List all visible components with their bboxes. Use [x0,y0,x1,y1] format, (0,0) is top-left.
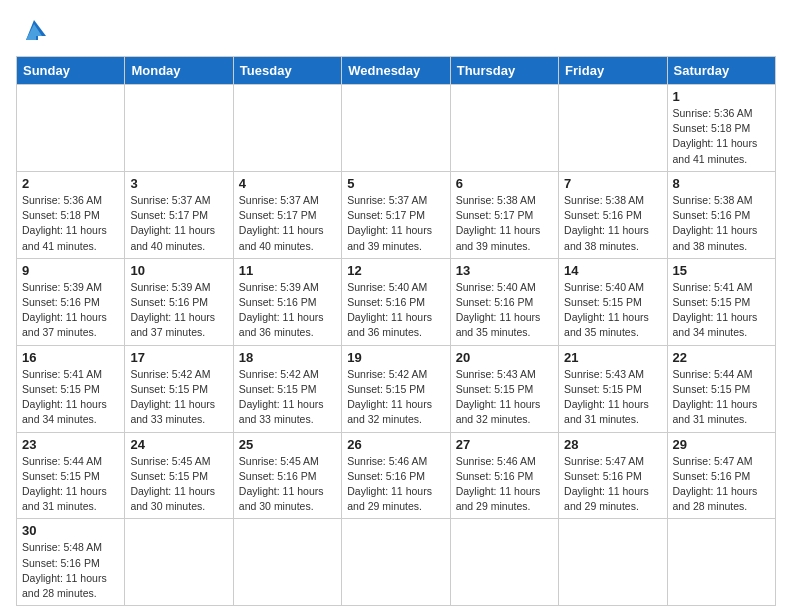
calendar-week-1: 2Sunrise: 5:36 AM Sunset: 5:18 PM Daylig… [17,171,776,258]
calendar-cell [450,519,558,606]
day-info: Sunrise: 5:39 AM Sunset: 5:16 PM Dayligh… [22,280,119,341]
logo-area [16,16,50,44]
day-number: 7 [564,176,661,191]
calendar-cell: 7Sunrise: 5:38 AM Sunset: 5:16 PM Daylig… [559,171,667,258]
calendar-cell [233,519,341,606]
calendar-cell: 28Sunrise: 5:47 AM Sunset: 5:16 PM Dayli… [559,432,667,519]
calendar-week-3: 16Sunrise: 5:41 AM Sunset: 5:15 PM Dayli… [17,345,776,432]
calendar-cell [342,519,450,606]
calendar-cell [559,519,667,606]
weekday-header-friday: Friday [559,57,667,85]
day-info: Sunrise: 5:42 AM Sunset: 5:15 PM Dayligh… [239,367,336,428]
calendar-cell: 1Sunrise: 5:36 AM Sunset: 5:18 PM Daylig… [667,85,775,172]
calendar-cell: 2Sunrise: 5:36 AM Sunset: 5:18 PM Daylig… [17,171,125,258]
calendar-cell: 16Sunrise: 5:41 AM Sunset: 5:15 PM Dayli… [17,345,125,432]
calendar-cell [17,85,125,172]
day-info: Sunrise: 5:36 AM Sunset: 5:18 PM Dayligh… [673,106,770,167]
day-info: Sunrise: 5:43 AM Sunset: 5:15 PM Dayligh… [456,367,553,428]
day-number: 12 [347,263,444,278]
logo-icon [18,16,50,44]
day-info: Sunrise: 5:38 AM Sunset: 5:17 PM Dayligh… [456,193,553,254]
calendar-cell: 20Sunrise: 5:43 AM Sunset: 5:15 PM Dayli… [450,345,558,432]
day-number: 29 [673,437,770,452]
day-info: Sunrise: 5:38 AM Sunset: 5:16 PM Dayligh… [673,193,770,254]
calendar-cell: 10Sunrise: 5:39 AM Sunset: 5:16 PM Dayli… [125,258,233,345]
day-number: 14 [564,263,661,278]
day-number: 30 [22,523,119,538]
calendar-cell: 25Sunrise: 5:45 AM Sunset: 5:16 PM Dayli… [233,432,341,519]
calendar-cell: 24Sunrise: 5:45 AM Sunset: 5:15 PM Dayli… [125,432,233,519]
day-info: Sunrise: 5:46 AM Sunset: 5:16 PM Dayligh… [456,454,553,515]
day-info: Sunrise: 5:40 AM Sunset: 5:16 PM Dayligh… [456,280,553,341]
calendar-week-4: 23Sunrise: 5:44 AM Sunset: 5:15 PM Dayli… [17,432,776,519]
calendar-cell [667,519,775,606]
day-number: 1 [673,89,770,104]
day-info: Sunrise: 5:40 AM Sunset: 5:15 PM Dayligh… [564,280,661,341]
day-info: Sunrise: 5:37 AM Sunset: 5:17 PM Dayligh… [239,193,336,254]
calendar-cell: 17Sunrise: 5:42 AM Sunset: 5:15 PM Dayli… [125,345,233,432]
day-number: 21 [564,350,661,365]
weekday-header-wednesday: Wednesday [342,57,450,85]
day-number: 17 [130,350,227,365]
day-number: 22 [673,350,770,365]
weekday-header-thursday: Thursday [450,57,558,85]
day-info: Sunrise: 5:41 AM Sunset: 5:15 PM Dayligh… [673,280,770,341]
day-number: 20 [456,350,553,365]
day-info: Sunrise: 5:47 AM Sunset: 5:16 PM Dayligh… [564,454,661,515]
day-info: Sunrise: 5:39 AM Sunset: 5:16 PM Dayligh… [130,280,227,341]
calendar-cell: 22Sunrise: 5:44 AM Sunset: 5:15 PM Dayli… [667,345,775,432]
calendar-cell [342,85,450,172]
calendar-week-2: 9Sunrise: 5:39 AM Sunset: 5:16 PM Daylig… [17,258,776,345]
day-number: 16 [22,350,119,365]
calendar-cell: 15Sunrise: 5:41 AM Sunset: 5:15 PM Dayli… [667,258,775,345]
calendar-cell: 23Sunrise: 5:44 AM Sunset: 5:15 PM Dayli… [17,432,125,519]
calendar-cell: 27Sunrise: 5:46 AM Sunset: 5:16 PM Dayli… [450,432,558,519]
calendar-cell: 18Sunrise: 5:42 AM Sunset: 5:15 PM Dayli… [233,345,341,432]
day-number: 11 [239,263,336,278]
page-header [16,16,776,44]
day-info: Sunrise: 5:38 AM Sunset: 5:16 PM Dayligh… [564,193,661,254]
weekday-header-tuesday: Tuesday [233,57,341,85]
calendar-cell: 21Sunrise: 5:43 AM Sunset: 5:15 PM Dayli… [559,345,667,432]
day-info: Sunrise: 5:44 AM Sunset: 5:15 PM Dayligh… [22,454,119,515]
weekday-header-sunday: Sunday [17,57,125,85]
weekday-header-saturday: Saturday [667,57,775,85]
day-number: 26 [347,437,444,452]
calendar-cell: 14Sunrise: 5:40 AM Sunset: 5:15 PM Dayli… [559,258,667,345]
day-info: Sunrise: 5:45 AM Sunset: 5:16 PM Dayligh… [239,454,336,515]
day-number: 27 [456,437,553,452]
day-info: Sunrise: 5:37 AM Sunset: 5:17 PM Dayligh… [347,193,444,254]
calendar-cell: 19Sunrise: 5:42 AM Sunset: 5:15 PM Dayli… [342,345,450,432]
calendar-cell [125,85,233,172]
calendar-cell: 8Sunrise: 5:38 AM Sunset: 5:16 PM Daylig… [667,171,775,258]
day-number: 25 [239,437,336,452]
day-number: 5 [347,176,444,191]
calendar-cell: 12Sunrise: 5:40 AM Sunset: 5:16 PM Dayli… [342,258,450,345]
calendar-cell [559,85,667,172]
calendar-cell: 5Sunrise: 5:37 AM Sunset: 5:17 PM Daylig… [342,171,450,258]
day-number: 15 [673,263,770,278]
day-info: Sunrise: 5:42 AM Sunset: 5:15 PM Dayligh… [130,367,227,428]
calendar-cell: 3Sunrise: 5:37 AM Sunset: 5:17 PM Daylig… [125,171,233,258]
day-info: Sunrise: 5:36 AM Sunset: 5:18 PM Dayligh… [22,193,119,254]
day-number: 19 [347,350,444,365]
calendar-cell: 13Sunrise: 5:40 AM Sunset: 5:16 PM Dayli… [450,258,558,345]
day-number: 2 [22,176,119,191]
logo [16,16,50,44]
calendar-cell [233,85,341,172]
day-number: 13 [456,263,553,278]
weekday-header-monday: Monday [125,57,233,85]
calendar-cell [450,85,558,172]
calendar-week-0: 1Sunrise: 5:36 AM Sunset: 5:18 PM Daylig… [17,85,776,172]
calendar-cell: 4Sunrise: 5:37 AM Sunset: 5:17 PM Daylig… [233,171,341,258]
calendar-cell: 6Sunrise: 5:38 AM Sunset: 5:17 PM Daylig… [450,171,558,258]
day-number: 9 [22,263,119,278]
day-info: Sunrise: 5:40 AM Sunset: 5:16 PM Dayligh… [347,280,444,341]
day-info: Sunrise: 5:39 AM Sunset: 5:16 PM Dayligh… [239,280,336,341]
day-info: Sunrise: 5:42 AM Sunset: 5:15 PM Dayligh… [347,367,444,428]
day-info: Sunrise: 5:45 AM Sunset: 5:15 PM Dayligh… [130,454,227,515]
day-number: 6 [456,176,553,191]
day-info: Sunrise: 5:44 AM Sunset: 5:15 PM Dayligh… [673,367,770,428]
day-number: 28 [564,437,661,452]
calendar-table: SundayMondayTuesdayWednesdayThursdayFrid… [16,56,776,606]
